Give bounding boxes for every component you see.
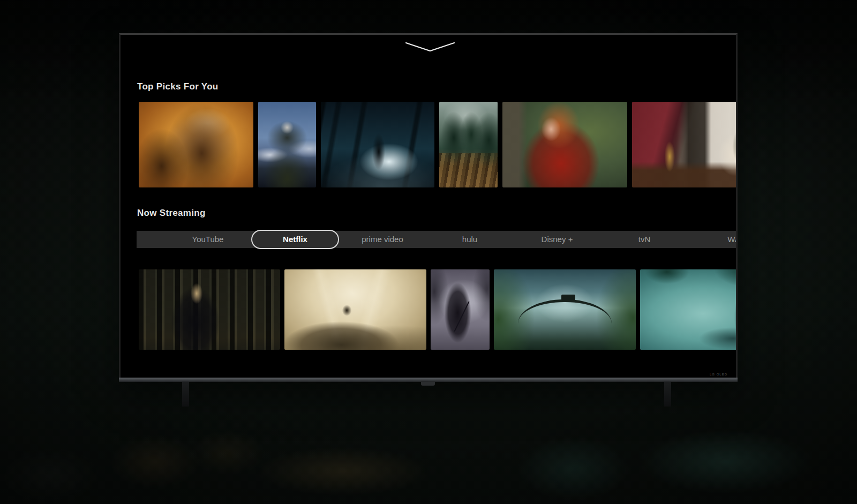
tab-prime-video[interactable]: prime video — [340, 231, 425, 248]
thumbnail-teal-mist-gown[interactable] — [640, 269, 736, 350]
thumbnail-forest-flashlight-figure[interactable] — [321, 102, 434, 187]
tv-bottom-bezel — [119, 378, 738, 382]
thumbnail-red-hood-woman[interactable] — [502, 102, 627, 187]
tv-screen: Top Picks For You Now Streaming YouTube … — [121, 35, 736, 378]
tab-youtube[interactable]: YouTube — [165, 231, 251, 248]
thumbnail-canyon-arch-bridge[interactable] — [494, 269, 636, 350]
tv-frame: Top Picks For You Now Streaming YouTube … — [119, 33, 738, 382]
tab-disney-plus[interactable]: Disney + — [514, 231, 600, 248]
tab-tvn[interactable]: tvN — [602, 231, 687, 248]
now-streaming-row — [139, 269, 736, 350]
tv-stand-notch — [421, 382, 435, 386]
streaming-service-tabbar: YouTube Netflix prime video hulu Disney … — [137, 231, 736, 248]
thumbnail-black-dress-in-pines[interactable] — [139, 269, 280, 350]
bridge-arc-shape — [518, 299, 612, 324]
thumbnail-library-child-reading[interactable] — [632, 102, 736, 187]
tab-watcha[interactable]: WATCHA — [702, 231, 736, 248]
tv-brand-logo: LG OLED — [710, 373, 727, 376]
scythe-shape — [454, 302, 470, 332]
tv-leg-left — [182, 382, 189, 407]
section-title-now-streaming: Now Streaming — [137, 208, 206, 219]
thumbnail-hooded-reaper[interactable] — [431, 269, 490, 350]
tab-netflix[interactable]: Netflix — [252, 231, 338, 248]
thumbnail-golden-horse-rider[interactable] — [284, 269, 426, 350]
thumbnail-pilot-with-helmet[interactable] — [258, 102, 316, 187]
carriage-shape — [561, 295, 575, 300]
tv-leg-right — [664, 382, 671, 407]
tab-hulu[interactable]: hulu — [427, 231, 513, 248]
section-title-top-picks: Top Picks For You — [137, 81, 219, 92]
chevron-down-icon[interactable] — [404, 41, 456, 53]
thumbnail-dust-storm-wanderers[interactable] — [139, 102, 253, 187]
top-picks-row — [139, 102, 736, 187]
thumbnail-misty-forest-maze[interactable] — [439, 102, 498, 187]
